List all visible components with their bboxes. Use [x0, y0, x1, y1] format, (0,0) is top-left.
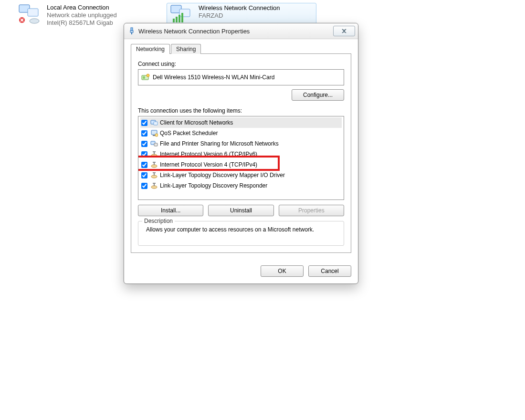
wlan-icon	[168, 4, 195, 25]
svg-rect-25	[153, 151, 156, 152]
proto-icon	[150, 182, 158, 189]
lan-icon	[16, 4, 43, 25]
svg-rect-22	[154, 143, 158, 146]
svg-rect-9	[181, 13, 183, 22]
tab-panel-networking: Connect using: Dell Wireless 1510 Wirele…	[131, 53, 351, 253]
install-button[interactable]: Install...	[138, 205, 203, 216]
adapter-field[interactable]: Dell Wireless 1510 Wireless-N WLAN Mini-…	[138, 69, 344, 85]
svg-rect-10	[131, 28, 133, 31]
connection-item[interactable]: Link-Layer Topology Discovery Responder	[140, 180, 342, 191]
configure-button[interactable]: Configure...	[292, 89, 344, 101]
svg-rect-7	[176, 17, 178, 22]
svg-rect-1	[28, 9, 38, 16]
ok-button[interactable]: OK	[261, 265, 304, 277]
svg-rect-34	[153, 183, 156, 184]
connection-lan[interactable]: Local Area Connection Network cable unpl…	[16, 4, 117, 27]
connection-item[interactable]: QoS Packet Scheduler	[140, 128, 342, 138]
lan-status: Network cable unplugged	[47, 11, 117, 19]
item-checkbox[interactable]	[141, 120, 147, 126]
item-checkbox[interactable]	[141, 130, 147, 136]
close-icon	[341, 29, 347, 33]
adapter-name: Dell Wireless 1510 Wireless-N WLAN Mini-…	[153, 74, 274, 81]
connection-item[interactable]: Internet Protocol Version 6 (TCP/IPv6)	[140, 149, 342, 159]
tabstrip: Networking Sharing	[131, 44, 351, 54]
item-checkbox[interactable]	[141, 172, 147, 178]
description-text: Allows your computer to access resources…	[143, 226, 339, 233]
item-checkbox[interactable]	[141, 162, 147, 168]
proto-icon	[150, 150, 158, 158]
dialog-title: Wireless Network Connection Properties	[138, 28, 333, 35]
item-label: Internet Protocol Version 6 (TCP/IPv6)	[160, 151, 257, 158]
item-label: Client for Microsoft Networks	[160, 119, 233, 126]
tab-networking[interactable]: Networking	[131, 44, 170, 54]
nic-icon	[141, 74, 150, 81]
adapter-icon	[128, 27, 136, 35]
fps-icon	[150, 140, 158, 147]
wlan-ssid: FARZAD	[199, 12, 280, 20]
item-checkbox[interactable]	[141, 151, 147, 158]
svg-rect-6	[173, 19, 175, 22]
description-group: Description Allows your computer to acce…	[138, 221, 344, 246]
cancel-button[interactable]: Cancel	[308, 265, 351, 277]
wlan-title: Wireless Network Connection	[199, 4, 280, 12]
items-label: This connection uses the following items…	[138, 107, 344, 114]
uninstall-button[interactable]: Uninstall	[208, 205, 273, 216]
item-label: Link-Layer Topology Discovery Mapper I/O…	[160, 172, 285, 178]
proto-icon	[150, 161, 158, 168]
item-label: File and Printer Sharing for Microsoft N…	[160, 140, 279, 147]
svg-rect-31	[153, 172, 156, 173]
item-label: Internet Protocol Version 4 (TCP/IPv4)	[160, 161, 257, 168]
connection-items-list[interactable]: Client for Microsoft NetworksQoS Packet …	[138, 116, 344, 200]
connection-item[interactable]: File and Printer Sharing for Microsoft N…	[140, 138, 342, 149]
connect-using-label: Connect using:	[138, 61, 344, 67]
item-label: Link-Layer Topology Discovery Responder	[160, 182, 267, 189]
svg-rect-5	[179, 9, 190, 17]
item-checkbox[interactable]	[141, 183, 147, 189]
proto-icon	[150, 171, 158, 179]
client-icon	[150, 119, 158, 126]
svg-rect-17	[154, 122, 158, 125]
svg-rect-28	[153, 162, 156, 163]
item-checkbox[interactable]	[141, 141, 147, 147]
dialog-titlebar[interactable]: Wireless Network Connection Properties	[124, 23, 358, 39]
lan-adapter: Intel(R) 82567LM Gigab	[47, 19, 117, 27]
connection-item[interactable]: Client for Microsoft Networks	[140, 117, 342, 128]
lan-title: Local Area Connection	[47, 4, 117, 11]
svg-point-15	[147, 74, 149, 77]
tab-sharing[interactable]: Sharing	[171, 44, 201, 54]
qos-icon	[150, 129, 158, 137]
svg-rect-11	[130, 31, 133, 32]
description-legend: Description	[142, 218, 175, 224]
svg-rect-8	[178, 15, 180, 22]
svg-rect-14	[143, 76, 145, 79]
svg-point-3	[30, 19, 39, 23]
close-button[interactable]	[333, 26, 355, 36]
connection-item[interactable]: Internet Protocol Version 4 (TCP/IPv4)	[140, 159, 342, 170]
connection-item[interactable]: Link-Layer Topology Discovery Mapper I/O…	[140, 170, 342, 180]
properties-button: Properties	[279, 205, 344, 216]
svg-point-20	[155, 134, 158, 136]
properties-dialog: Wireless Network Connection Properties N…	[124, 23, 358, 284]
item-label: QoS Packet Scheduler	[160, 130, 218, 136]
